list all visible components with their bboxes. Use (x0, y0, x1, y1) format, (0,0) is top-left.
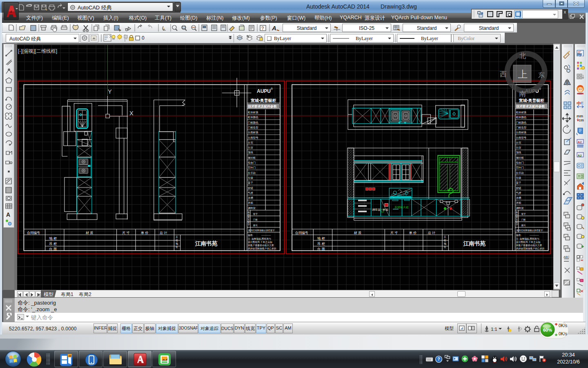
svg-text:ABC: ABC (564, 256, 569, 258)
svg-text:A2: A2 (578, 140, 582, 144)
svg-text:?: ? (261, 26, 264, 31)
svg-text:60%: 60% (543, 328, 552, 332)
svg-text:mm: mm (577, 114, 583, 118)
svg-text:0K/s: 0K/s (559, 331, 567, 336)
svg-text:北: 北 (519, 52, 526, 59)
svg-text:cm: cm (579, 118, 584, 122)
svg-text:中: 中 (577, 101, 581, 106)
svg-text:调味篮: 调味篮 (372, 208, 381, 211)
svg-text:东: 东 (538, 71, 545, 79)
svg-text:Y: Y (108, 88, 112, 95)
svg-text:?: ? (437, 357, 440, 361)
svg-text:炭烧箱火处: 炭烧箱火处 (394, 206, 409, 209)
svg-text:A2: A2 (578, 154, 582, 157)
svg-text:米箱: 米箱 (383, 208, 388, 211)
svg-text:SYS: SYS (577, 54, 583, 57)
svg-text:E: E (581, 101, 584, 105)
svg-text:上: 上 (518, 69, 528, 80)
svg-text:X: X (129, 110, 134, 117)
svg-text:A: A (6, 211, 10, 218)
svg-text:西: 西 (500, 70, 507, 78)
svg-text:0K/s: 0K/s (559, 323, 567, 328)
svg-text:46: 46 (69, 355, 72, 357)
svg-text:A: A (272, 25, 276, 31)
svg-text:南: 南 (519, 90, 526, 97)
